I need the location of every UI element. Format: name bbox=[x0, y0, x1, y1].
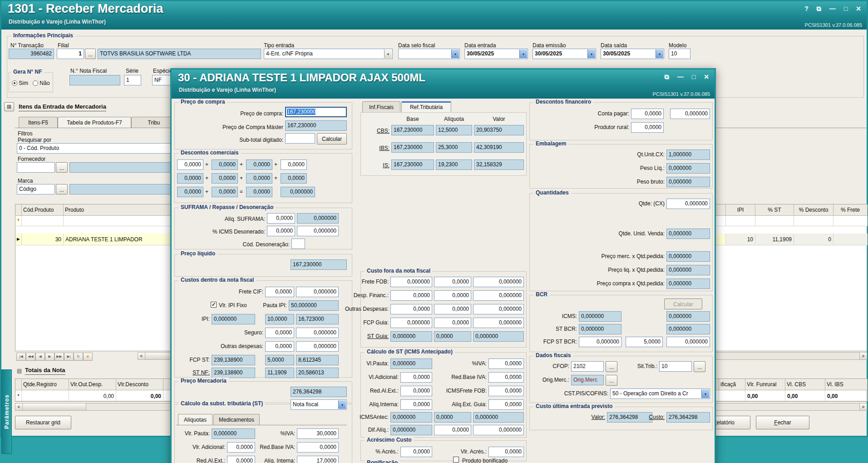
desc-com-field[interactable]: 0,0000 bbox=[281, 173, 307, 184]
icms-antec-valor-field[interactable]: 0,000000 bbox=[473, 412, 524, 423]
filter-funnel-icon[interactable]: ▼ bbox=[15, 216, 22, 226]
st-guia-label[interactable]: ST Guia: bbox=[338, 333, 389, 339]
desp-financ-aliq-field[interactable]: 0,0000 bbox=[434, 290, 471, 301]
maximize-icon[interactable]: □ bbox=[692, 73, 695, 81]
ibs-label[interactable]: IBS: bbox=[370, 145, 390, 151]
fcp-guia-field[interactable]: 0,000000 bbox=[390, 318, 432, 328]
nav-first-button[interactable]: |◀ bbox=[16, 353, 26, 361]
parametros-side-tab[interactable]: Parâmetros bbox=[1, 369, 12, 454]
ibs-aliq-field[interactable]: 25,3000 bbox=[436, 142, 472, 153]
col-frete[interactable]: % Frete bbox=[833, 204, 868, 216]
fcp-guia-valor-field[interactable]: 0,000000 bbox=[473, 318, 524, 328]
conta-pagar-field[interactable]: 0,0000 bbox=[631, 109, 664, 119]
maximize-icon[interactable]: □ bbox=[844, 5, 848, 13]
desc-com-field[interactable]: 0,0000 bbox=[281, 159, 307, 170]
icms-frete-fob-field[interactable]: 0,0000 bbox=[488, 386, 524, 396]
nav-last-button[interactable]: ▶| bbox=[64, 353, 74, 361]
st-nf-aliq-field[interactable]: 11,1909 bbox=[265, 368, 294, 378]
is-label[interactable]: IS: bbox=[370, 162, 390, 169]
bcr-icms-field[interactable]: 0,000000 bbox=[579, 311, 621, 322]
filter-cell[interactable] bbox=[22, 216, 64, 226]
nav-refresh-button[interactable]: ↻ bbox=[74, 353, 83, 361]
desc-com-field[interactable]: 0,0000 bbox=[246, 159, 272, 170]
perc-acres-field[interactable]: 0,0000 bbox=[400, 447, 432, 457]
subtotal-field[interactable] bbox=[285, 133, 315, 144]
cbs-aliq-field[interactable]: 12,5000 bbox=[436, 125, 472, 135]
fcp-st-bcr-valor-field[interactable]: 0,000000 bbox=[666, 337, 710, 347]
cell-desconto[interactable]: 0 bbox=[794, 234, 833, 245]
cell-cod-produto[interactable]: 30 bbox=[22, 234, 64, 245]
tab-ref-tributaria[interactable]: Ref.Tributária bbox=[401, 101, 451, 112]
data-selo-combo[interactable]: ▼ bbox=[398, 49, 460, 59]
dif-aliq-base-field[interactable]: 0,000000 bbox=[390, 425, 432, 435]
custo-field[interactable]: 276,364298 bbox=[666, 412, 710, 423]
calendar-dropdown-icon[interactable]: ▼ bbox=[656, 50, 663, 58]
ipi-base-field[interactable]: 0,000000 bbox=[212, 314, 255, 324]
filial-nome-field[interactable]: TOTVS BRASILIA SOFTWARE LTDA bbox=[98, 49, 261, 59]
outras-despesas-fora-field[interactable]: 0,0000 bbox=[390, 304, 432, 314]
filial-lookup-button[interactable]: ... bbox=[85, 49, 96, 59]
icms-desonerado-field[interactable]: 0,0000 bbox=[267, 226, 295, 236]
frete-cif-valor-field[interactable]: 0,000000 bbox=[296, 287, 339, 297]
calendar-dropdown-icon[interactable]: ▼ bbox=[519, 50, 527, 58]
pin-icon[interactable]: ⧉ bbox=[665, 73, 669, 81]
desp-financ-field[interactable]: 0,0000 bbox=[390, 290, 432, 301]
tab-medicamentos[interactable]: Medicamentos bbox=[213, 414, 260, 425]
st-guia-field[interactable]: 0,000000 bbox=[390, 331, 432, 342]
calc-st-origem-combo[interactable]: Nota fiscal ▼ bbox=[291, 399, 347, 410]
outras-despesas-valor-field[interactable]: 0,000000 bbox=[296, 341, 339, 352]
col-vlr-out-desp[interactable]: Vlr.Out.Desp. bbox=[69, 379, 116, 390]
vlr-acres-field[interactable]: 0,0000 bbox=[488, 447, 524, 457]
preco-liquido-field[interactable]: 167,230000 bbox=[291, 259, 347, 270]
st-bcr-field[interactable]: 0,000000 bbox=[579, 324, 621, 334]
preco-master-field[interactable]: 167,230000 bbox=[285, 120, 347, 131]
chevron-down-icon[interactable]: ▼ bbox=[338, 400, 346, 409]
col-vl-ibs[interactable]: Vl. IBS bbox=[825, 379, 868, 390]
preco-merc-qtd-field[interactable]: 0,000000 bbox=[666, 251, 710, 262]
serie-field[interactable]: 1 bbox=[124, 75, 141, 85]
col-ipi[interactable]: IPI bbox=[726, 204, 755, 216]
pesquisar-combo[interactable]: 0 - Cód. Produto bbox=[17, 143, 180, 154]
filial-field[interactable]: 1 bbox=[57, 49, 84, 59]
fcp-st-bcr-aliq-field[interactable]: 5,0000 bbox=[626, 337, 663, 347]
col-vl-cbs[interactable]: Vl. CBS bbox=[785, 379, 825, 390]
cod-desoneracao-field[interactable] bbox=[291, 239, 305, 249]
desc-com-field[interactable]: 0,0000 bbox=[177, 187, 203, 197]
vlr-pauta-field[interactable]: 0,000000 bbox=[212, 428, 255, 439]
bcr-calcular-button[interactable]: Calcular bbox=[664, 299, 702, 309]
ipi-aliq-field[interactable]: 10,0000 bbox=[265, 314, 294, 324]
st-nf-valor-field[interactable]: 20,586013 bbox=[296, 368, 339, 378]
qtde-cx-field[interactable]: 0,000000 bbox=[666, 199, 710, 209]
data-saida-combo[interactable]: 30/05/2025 ▼ bbox=[601, 49, 664, 59]
sit-trib-lookup-button[interactable]: ... bbox=[694, 361, 705, 372]
desp-financ-valor-field[interactable]: 0,000000 bbox=[473, 290, 524, 301]
calcular-button[interactable]: Calcular bbox=[317, 133, 347, 144]
aliq-interna-ant-field[interactable]: 0,0000 bbox=[400, 399, 432, 410]
cell-ificacao[interactable] bbox=[719, 390, 745, 401]
is-valor-field[interactable]: 32,158329 bbox=[474, 159, 524, 170]
peso-liq-field[interactable]: 0,000000 bbox=[666, 163, 710, 174]
tab-aliquotas[interactable]: Alíquotas bbox=[178, 414, 212, 425]
totais-section-header[interactable]: Totais da Nota bbox=[25, 367, 65, 375]
preco-compra-qtd-field[interactable]: 0,000000 bbox=[666, 279, 710, 289]
st-bcr-valor-field[interactable]: 0,000000 bbox=[666, 324, 710, 334]
desc-com-field[interactable]: 0,0000 bbox=[212, 187, 238, 197]
nav-filter-funnel-button[interactable]: ▼ bbox=[83, 353, 93, 361]
grid-icon[interactable]: ⊞ bbox=[4, 102, 14, 111]
st-guia-valor-field[interactable]: 0,000000 bbox=[473, 331, 524, 342]
peso-bruto-field[interactable]: 0,000000 bbox=[666, 177, 710, 187]
fcp-st-valor-field[interactable]: 8,612345 bbox=[296, 355, 339, 365]
icms-antec-base-field[interactable]: 0,000000 bbox=[390, 412, 432, 423]
filter-cell[interactable] bbox=[833, 216, 868, 226]
icms-antec-aliq-field[interactable]: 0,0000 bbox=[434, 412, 471, 423]
col-cod-produto[interactable]: Cód.Produto bbox=[22, 204, 64, 216]
cell-vl-ibs[interactable]: 0,00 bbox=[825, 390, 868, 401]
cfop-lookup-button[interactable]: ... bbox=[606, 361, 617, 372]
cell-ipi[interactable]: 10 bbox=[726, 234, 755, 245]
desc-com-field[interactable]: 0,0000 bbox=[212, 173, 238, 184]
cell-qtde-registro[interactable] bbox=[22, 390, 69, 401]
gera-nf-sim-radio[interactable]: Sim bbox=[12, 80, 28, 86]
gera-nf-nao-radio[interactable]: Não bbox=[33, 80, 49, 86]
custo-label[interactable]: Custo: bbox=[643, 414, 665, 420]
tab-inf-fiscais[interactable]: Inf.Fiscais bbox=[362, 101, 400, 112]
